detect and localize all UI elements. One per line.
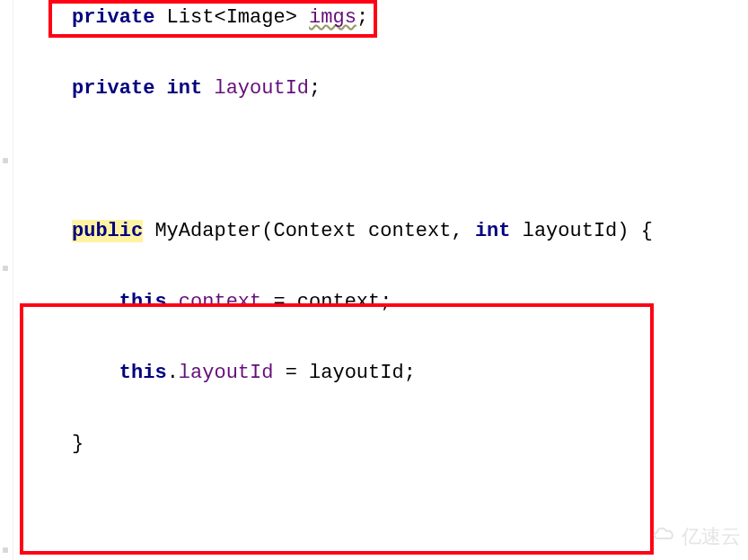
code-line: this.layoutId = layoutId; (31, 355, 748, 391)
code-line (31, 142, 748, 178)
cloud-icon (651, 519, 678, 555)
code-editor[interactable]: private List<Image> imgs; private int la… (0, 0, 748, 560)
code-line: this.context = context; (31, 284, 748, 320)
code-line: private List<Image> imgs; (31, 0, 748, 36)
code-line (31, 497, 748, 533)
field-imgs: imgs (309, 6, 356, 29)
code-line: private int layoutId; (31, 71, 748, 107)
watermark-text: 亿速云 (682, 519, 741, 555)
keyword-public: public (72, 220, 143, 242)
code-line: } (31, 426, 748, 462)
field-layoutId: layoutId (214, 77, 309, 100)
code-line: public MyAdapter(Context context, int la… (31, 214, 748, 249)
keyword-private: private (72, 6, 154, 29)
watermark: 亿速云 (651, 519, 741, 555)
